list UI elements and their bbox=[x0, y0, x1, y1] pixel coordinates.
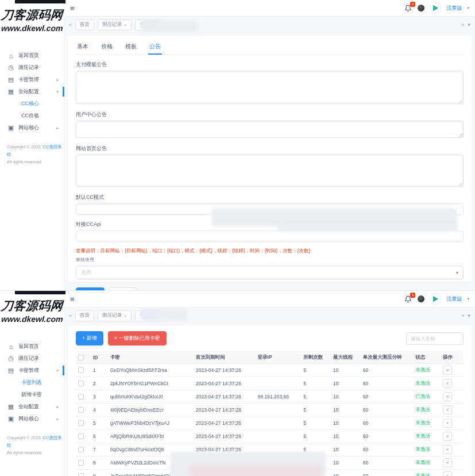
row-checkbox[interactable] bbox=[78, 394, 84, 400]
notification-bell-icon[interactable]: 1 bbox=[404, 295, 412, 303]
row-checkbox[interactable] bbox=[78, 407, 84, 413]
sidebar-subitem-card-list[interactable]: 卡密列表 bbox=[0, 377, 64, 389]
homepage-announcement-textarea[interactable] bbox=[76, 155, 464, 187]
cc-api-input[interactable] bbox=[76, 231, 464, 242]
hamburger-icon[interactable]: ≡ bbox=[70, 4, 75, 13]
cell-status: 未激活 bbox=[415, 420, 443, 427]
chevron-down-icon: ▾ bbox=[56, 90, 59, 94]
header-cell: 状态 bbox=[415, 354, 443, 361]
search-input[interactable] bbox=[406, 332, 464, 345]
sidebar-subitem-cc-price[interactable]: CC价格 bbox=[0, 110, 64, 122]
row-checkbox[interactable] bbox=[78, 420, 84, 426]
tab-scroll-left-icon[interactable]: « bbox=[69, 313, 72, 318]
sidebar-item-site-config[interactable]: ▦全站配置▸ bbox=[0, 401, 64, 413]
sidebar-item-label: 全站配置 bbox=[18, 88, 39, 95]
username[interactable]: 流量版 bbox=[446, 5, 462, 12]
select-value: 关闭 bbox=[81, 269, 91, 277]
notification-bell-icon[interactable]: 1 bbox=[404, 4, 412, 12]
delete-row-button[interactable]: × bbox=[443, 379, 452, 388]
cell-minutes: 60 bbox=[363, 407, 416, 413]
censor-blur bbox=[141, 21, 198, 32]
sidebar-item-records[interactable]: ◷测压记录 bbox=[0, 62, 64, 74]
sidebar-item-site-core[interactable]: ▣网站核心▸ bbox=[0, 413, 64, 425]
tab-menu-icon[interactable]: ▾ bbox=[468, 22, 470, 28]
cell-ip: 99.191.203.66 bbox=[258, 394, 304, 400]
status-badge: 未激活 bbox=[415, 420, 430, 427]
nav-tab[interactable]: 首页 bbox=[75, 310, 94, 321]
resize-handle-icon[interactable] bbox=[458, 182, 462, 186]
table-row: 6ARjQIbRIKUtU8SdsXFbI2023-04-27 14:37:26… bbox=[76, 430, 464, 443]
nav-tab[interactable]: 首页 bbox=[75, 20, 94, 30]
form-tab-基本[interactable]: 基本 bbox=[76, 41, 90, 55]
close-icon[interactable]: × bbox=[124, 22, 127, 28]
row-checkbox[interactable] bbox=[78, 433, 84, 439]
delete-row-button[interactable]: × bbox=[443, 392, 452, 401]
sidebar-subitem-card-add[interactable]: 新增卡密 bbox=[0, 389, 64, 401]
cell-action: × bbox=[443, 379, 461, 388]
form-tab-价格[interactable]: 价格 bbox=[100, 41, 114, 55]
tab-scroll-right-icon[interactable]: » bbox=[461, 313, 464, 318]
sidebar-subitem-cc-core[interactable]: CC核心 bbox=[0, 98, 64, 110]
cell-action: × bbox=[443, 366, 461, 375]
delete-row-button[interactable]: × bbox=[443, 471, 452, 476]
cell-threads: 10 bbox=[333, 447, 363, 452]
header-cell: 首次到期时间 bbox=[196, 354, 258, 361]
user-center-announcement-textarea[interactable] bbox=[76, 121, 464, 138]
add-button[interactable]: + 新增 bbox=[76, 331, 103, 346]
select-all-checkbox[interactable] bbox=[78, 355, 84, 360]
form-tab-模板[interactable]: 模板 bbox=[124, 41, 138, 55]
sidebar-item-home[interactable]: ⌂返回首页 bbox=[0, 49, 64, 62]
delete-used-cards-button[interactable]: × 一键删除已用卡密 bbox=[108, 331, 167, 346]
cell-count: 5 bbox=[303, 367, 333, 373]
row-checkbox[interactable] bbox=[78, 367, 84, 373]
cell-count: 5 bbox=[303, 407, 333, 413]
sidebar-item-site-config[interactable]: ▦全站配置▾ bbox=[0, 86, 64, 98]
sidebar-item-card-manage[interactable]: ▤卡密管理▸ bbox=[0, 74, 64, 86]
top-header: ≡ 1 流量版 ▾ bbox=[64, 0, 475, 16]
row-checkbox[interactable] bbox=[78, 460, 84, 466]
sidebar-item-records[interactable]: ◷测压记录 bbox=[0, 352, 64, 364]
sidebar-item-home[interactable]: ⌂返回首页 bbox=[0, 340, 64, 352]
hamburger-icon[interactable]: ≡ bbox=[70, 295, 75, 304]
theme-icon[interactable] bbox=[418, 5, 424, 11]
cell-action: × bbox=[443, 471, 461, 476]
delete-row-button[interactable]: × bbox=[443, 445, 452, 454]
tab-scroll-right-icon[interactable]: » bbox=[461, 22, 464, 28]
standalone-use-select[interactable]: 关闭 ▾ bbox=[76, 266, 464, 279]
delete-row-button[interactable]: × bbox=[443, 419, 452, 428]
row-checkbox[interactable] bbox=[78, 447, 84, 452]
form-tab-公告[interactable]: 公告 bbox=[148, 41, 162, 55]
tab-menu-icon[interactable]: ▾ bbox=[468, 313, 470, 318]
nav-tab[interactable]: 测压记录× bbox=[98, 310, 132, 321]
header-cell: ID bbox=[93, 355, 110, 360]
table-row: 1GeDYoQbhnSkzdShT2rsa2023-04-27 14:37:26… bbox=[76, 364, 464, 377]
resize-handle-icon[interactable] bbox=[458, 99, 462, 103]
row-checkbox[interactable] bbox=[78, 473, 84, 476]
variable-note: 变量说明：目标网站：{目标网站}，端口：{端口}，模式：{模式}，线程：{线程}… bbox=[76, 248, 464, 255]
copyright-prefix: Copyright © 2023. bbox=[7, 144, 42, 149]
delete-row-button[interactable]: × bbox=[443, 366, 452, 375]
cell-id: 9 bbox=[93, 473, 110, 476]
history-icon: ◷ bbox=[7, 64, 14, 71]
avatar[interactable] bbox=[430, 293, 441, 305]
tab-scroll-left-icon[interactable]: « bbox=[69, 22, 72, 28]
username[interactable]: 流量版 bbox=[446, 295, 462, 303]
delete-row-button[interactable]: × bbox=[443, 432, 452, 441]
delete-row-button[interactable]: × bbox=[443, 405, 452, 414]
resize-handle-icon[interactable] bbox=[458, 133, 462, 137]
pay-template-announcement-textarea[interactable] bbox=[76, 71, 464, 104]
cell-threads: 10 bbox=[333, 367, 363, 373]
theme-icon[interactable] bbox=[418, 295, 424, 302]
row-checkbox[interactable] bbox=[78, 381, 84, 386]
row-checkbox-cell bbox=[78, 420, 93, 426]
close-icon[interactable]: × bbox=[124, 313, 127, 318]
nav-tab[interactable]: 测压记录× bbox=[98, 20, 132, 30]
cell-minutes: 60 bbox=[363, 394, 416, 400]
avatar[interactable] bbox=[430, 2, 441, 14]
sidebar-item-site-core[interactable]: ▣网站核心▸ bbox=[0, 122, 64, 134]
sidebar-item-card-manage[interactable]: ▤卡密管理▾ bbox=[0, 364, 64, 377]
sidebar-item-label: 网站核心 bbox=[18, 415, 39, 423]
cell-time: 2023-04-27 14:37:26 bbox=[196, 433, 258, 439]
delete-row-button[interactable]: × bbox=[443, 458, 452, 467]
main-area: ≡ 1 流量版 ▾ « 首页测压记录×卡密列表× » bbox=[64, 291, 475, 476]
